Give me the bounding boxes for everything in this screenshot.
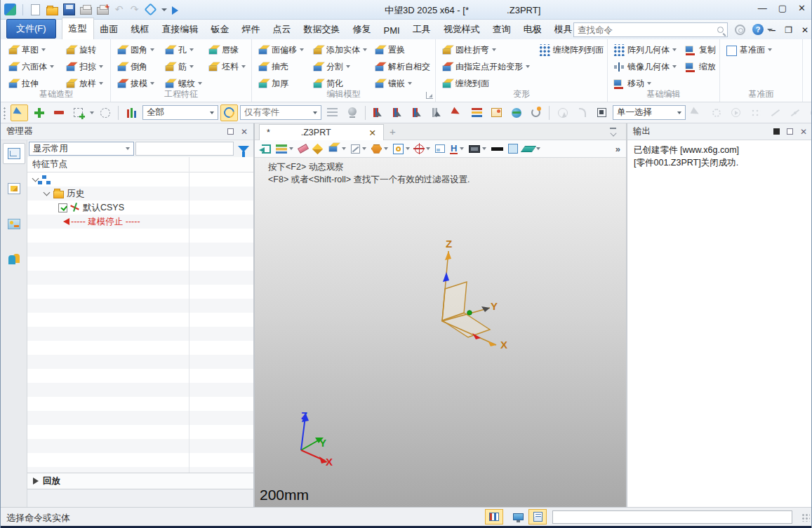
layer-button[interactable]: [276, 144, 293, 154]
pick-filter-button[interactable]: [11, 104, 28, 121]
toolbox-toggle-button[interactable]: [485, 509, 503, 524]
resize-grip[interactable]: [801, 513, 810, 522]
tab-inquire[interactable]: 查询: [486, 19, 517, 39]
tab-tools[interactable]: 工具: [406, 19, 437, 39]
ribbon-btn-wrap-pattern-to-face[interactable]: 缠绕阵列到面: [536, 41, 606, 58]
toolbar-grip[interactable]: [3, 107, 6, 119]
tab-point-cloud[interactable]: 点云: [267, 19, 298, 39]
zoom-window-button[interactable]: [435, 144, 445, 153]
image-capture-button[interactable]: [488, 104, 505, 121]
ribbon-btn-add-shape[interactable]: 添加实体: [310, 41, 371, 58]
tab-close-icon[interactable]: ✕: [369, 128, 376, 138]
chevron-down-icon[interactable]: [44, 189, 51, 196]
continue-icon[interactable]: [172, 6, 178, 15]
new-file-icon[interactable]: [31, 4, 40, 15]
ribbon-btn-fillet[interactable]: 圆角: [114, 41, 161, 58]
window-maximize-button[interactable]: ▢: [778, 3, 787, 13]
tab-direct-edit[interactable]: 直接编辑: [156, 19, 205, 39]
settings-gear-icon[interactable]: [735, 25, 745, 35]
redo-icon[interactable]: ↷: [129, 4, 140, 15]
doc-info-toggle-button[interactable]: [528, 509, 547, 524]
ribbon-btn-sketch[interactable]: 草图: [5, 41, 62, 58]
inner-box-button[interactable]: [593, 104, 611, 121]
ribbon-btn-cylindrical-bend[interactable]: 圆柱折弯: [439, 41, 536, 58]
tree-history-row[interactable]: 历史: [27, 187, 253, 201]
ribbon-btn-scale[interactable]: 缩放: [682, 58, 718, 75]
ribbon-btn-resolve-self-intersection[interactable]: 解析自相交: [371, 58, 432, 75]
command-search-input[interactable]: [578, 25, 714, 35]
selection-mode-combobox[interactable]: 单一选择: [613, 105, 686, 120]
ribbon-btn-replace[interactable]: 置换: [371, 41, 432, 58]
quick-access-dropdown-icon[interactable]: [161, 8, 167, 11]
replay-section[interactable]: 回放: [27, 473, 253, 489]
visual-manager-tab[interactable]: [3, 213, 25, 234]
ribbon-btn-shell[interactable]: 抽壳: [255, 58, 310, 75]
ribbon-btn-revolve[interactable]: 旋转: [62, 41, 105, 58]
tab-electrode[interactable]: 电极: [517, 19, 548, 39]
help-icon[interactable]: ?: [752, 24, 764, 35]
solid-manager-tab[interactable]: [3, 178, 25, 199]
output-close-button[interactable]: ✕: [800, 128, 807, 135]
dimension-display-button[interactable]: H: [450, 144, 464, 154]
chevron-down-icon[interactable]: [32, 175, 39, 182]
manager-close-button[interactable]: ✕: [241, 128, 248, 135]
tab-list-icon[interactable]: [610, 128, 616, 134]
viewport-canvas[interactable]: 按下<F2> 动态观察 <F8> 或者<Shift-roll> 查找下一个有效的…: [255, 158, 626, 507]
ribbon-btn-face-offset[interactable]: 面偏移: [255, 41, 310, 58]
tree-column-divider[interactable]: [189, 157, 189, 473]
doc-minimize-button[interactable]: –: [771, 25, 776, 35]
ribbon-btn-mirror-geometry[interactable]: 镜像几何体: [611, 58, 682, 75]
ribbon-btn-stock[interactable]: 坯料: [205, 58, 248, 75]
layer-list-button[interactable]: [468, 104, 486, 121]
shaded-display-button[interactable]: [327, 144, 346, 154]
pick-next-button[interactable]: [409, 104, 427, 121]
scope-combobox[interactable]: 仅有零件: [240, 105, 321, 120]
locate-target-button[interactable]: [415, 144, 430, 154]
default-csys-datum[interactable]: [420, 237, 526, 360]
part-scope-sync-button[interactable]: [220, 104, 238, 121]
ribbon-btn-sweep[interactable]: 扫掠: [62, 58, 105, 75]
doc-restore-button[interactable]: ❐: [785, 25, 792, 35]
pick-all-button[interactable]: [448, 104, 466, 121]
ribbon-btn-rib[interactable]: 筋: [161, 58, 205, 75]
tab-wireframe[interactable]: 线框: [125, 19, 156, 39]
pick-from-list-button[interactable]: [324, 104, 341, 121]
wireframe-display-button[interactable]: [351, 144, 366, 154]
filter-funnel-icon[interactable]: [238, 146, 249, 152]
command-search-box[interactable]: [573, 22, 728, 37]
undo-icon[interactable]: ↶: [114, 4, 124, 15]
document-tab[interactable]: * .Z3PRT ✕: [259, 124, 384, 140]
tab-repair[interactable]: 修复: [347, 19, 378, 39]
section-view-button[interactable]: [371, 144, 388, 154]
output-pin-icon[interactable]: [773, 128, 780, 135]
tree-root-row[interactable]: [27, 172, 253, 187]
exit-button[interactable]: [262, 144, 271, 154]
tab-surface[interactable]: 曲面: [94, 19, 125, 39]
highlight-button[interactable]: [393, 144, 410, 154]
pick-sphere-button[interactable]: [343, 104, 361, 121]
box-select-dropdown[interactable]: [90, 111, 94, 114]
ribbon-btn-lip[interactable]: 唇缘: [205, 41, 248, 58]
tab-sheet-metal[interactable]: 钣金: [205, 19, 236, 39]
ribbon-btn-block[interactable]: 六面体: [5, 58, 62, 75]
tree-csys-row[interactable]: 默认CSYS: [27, 201, 253, 215]
tree-model-stop-row[interactable]: ----- 建模停止 -----: [27, 215, 253, 229]
material-button[interactable]: [523, 146, 540, 152]
output-log[interactable]: 已创建零件 [www.x6g.com] [零件001.Z3PRT]关闭成功.: [627, 140, 812, 507]
tab-data-exchange[interactable]: 数据交换: [298, 19, 347, 39]
line-width-button[interactable]: [491, 147, 503, 151]
pick-previous-button[interactable]: [429, 104, 446, 121]
output-restore-button[interactable]: [787, 128, 793, 135]
ribbon-btn-datum-plane[interactable]: 基准面: [723, 41, 774, 58]
print-icon[interactable]: [80, 7, 92, 15]
file-menu-button[interactable]: 文件(F): [6, 19, 56, 39]
ribbon-btn-deform-from-point[interactable]: 由指定点开始变形: [439, 58, 536, 75]
csys-display-button[interactable]: [313, 144, 322, 154]
pick-first-button[interactable]: [390, 104, 407, 121]
role-manager-tab[interactable]: [3, 248, 25, 269]
support-contact-button[interactable]: [527, 104, 545, 121]
filter-combobox[interactable]: 全部: [142, 105, 218, 120]
save-icon[interactable]: [63, 4, 75, 15]
entity-filter-button[interactable]: [123, 104, 140, 121]
box-select-button[interactable]: [69, 104, 87, 121]
